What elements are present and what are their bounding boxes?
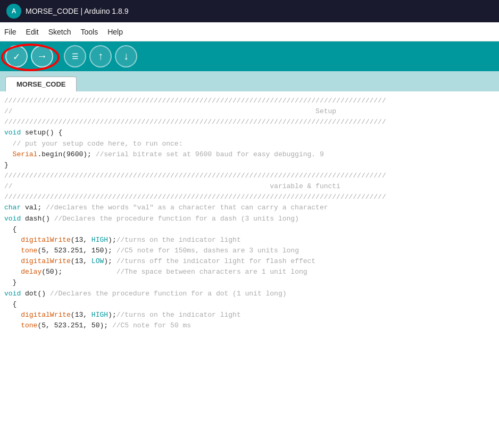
code-line: ////////////////////////////////////////… <box>2 192 499 202</box>
code-line: digitalWrite(13, HIGH);//turns on the in… <box>2 235 499 246</box>
menu-help[interactable]: Help <box>107 28 123 36</box>
code-line: // Setup <box>2 106 499 117</box>
code-line: // put your setup code here, to run once… <box>2 139 499 149</box>
title-bar: A MORSE_CODE | Arduino 1.8.9 <box>0 0 499 22</box>
menu-file[interactable]: File <box>4 28 16 36</box>
arduino-logo: A <box>6 4 21 19</box>
menu-bar: File Edit Sketch Tools Help <box>0 22 499 41</box>
code-line: ////////////////////////////////////////… <box>2 171 499 181</box>
code-line: ////////////////////////////////////////… <box>2 96 499 106</box>
code-line: digitalWrite(13, LOW); //turns off the i… <box>2 256 499 267</box>
tab-morse-code[interactable]: MORSE_CODE <box>5 77 77 91</box>
save-button[interactable]: ↓ <box>115 45 137 67</box>
menu-tools[interactable]: Tools <box>81 28 98 36</box>
verify-button[interactable]: ✓ <box>5 45 28 67</box>
code-line: char val; //declares the words "val" as … <box>2 202 499 213</box>
code-line: Serial.begin(9600); //serial bitrate set… <box>2 149 499 160</box>
code-line: { <box>2 224 499 235</box>
code-line: tone(5, 523.251, 150); //C5 note for 150… <box>2 246 499 256</box>
toolbar: ✓ → ☰ ↑ ↓ <box>0 41 499 71</box>
open-button[interactable]: ↑ <box>89 45 112 67</box>
code-line: void dash() //Declares the procedure fun… <box>2 214 499 224</box>
code-line: } <box>2 160 499 171</box>
window-title: MORSE_CODE | Arduino 1.8.9 <box>26 7 129 15</box>
code-line: delay(50); //The space between character… <box>2 267 499 277</box>
code-line: tone(5, 523.251, 50); //C5 note for 50 m… <box>2 320 499 331</box>
menu-edit[interactable]: Edit <box>26 28 39 36</box>
code-line: { <box>2 299 499 310</box>
code-line: } <box>2 277 499 288</box>
code-line: digitalWrite(13, HIGH);//turns on the in… <box>2 310 499 320</box>
code-line: ////////////////////////////////////////… <box>2 117 499 128</box>
code-line: void dot() //Declares the procedure func… <box>2 289 499 299</box>
code-area: ////////////////////////////////////////… <box>0 91 499 448</box>
new-button[interactable]: ☰ <box>64 45 86 67</box>
code-line: void setup() { <box>2 128 499 138</box>
upload-button[interactable]: → <box>31 45 53 67</box>
menu-sketch[interactable]: Sketch <box>48 28 71 36</box>
code-line: // variable & functi <box>2 181 499 192</box>
tab-bar: MORSE_CODE <box>0 71 499 91</box>
